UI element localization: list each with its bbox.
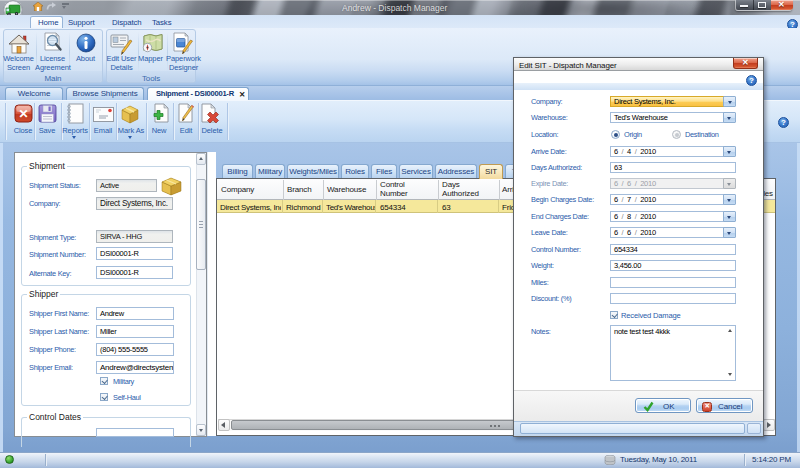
svg-text:✕: ✕ xyxy=(18,107,28,121)
